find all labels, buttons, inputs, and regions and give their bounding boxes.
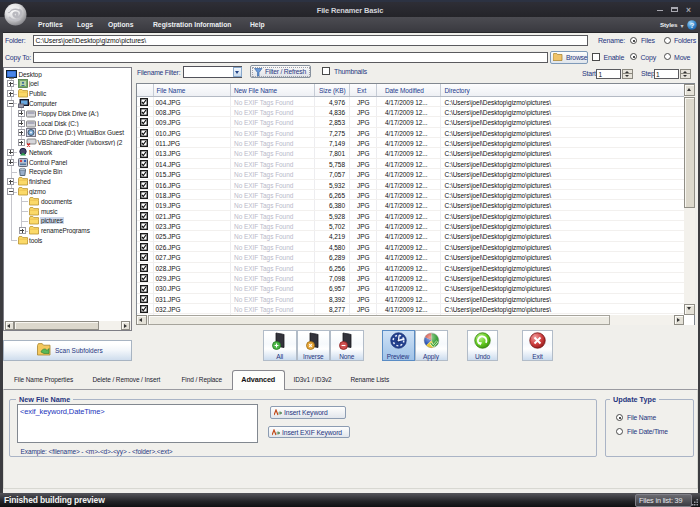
svg-text:?: ? [690, 20, 695, 29]
